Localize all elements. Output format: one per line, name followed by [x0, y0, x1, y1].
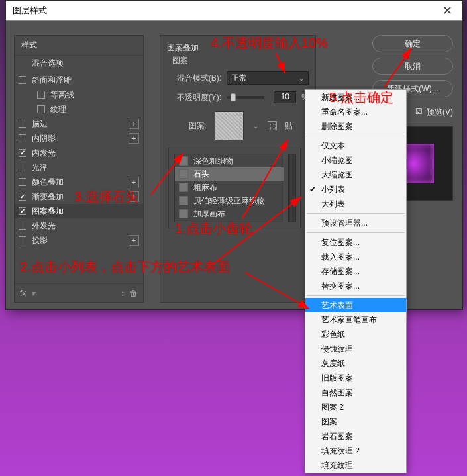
trash-icon[interactable]: 🗑 — [130, 289, 138, 298]
style-row[interactable]: 外发光 — [15, 218, 143, 233]
style-row[interactable]: 内阴影+ — [15, 131, 143, 146]
ok-button[interactable]: 确定 — [372, 35, 453, 52]
blend-mode-dropdown[interactable]: 正常 ⌄ — [227, 71, 309, 85]
pattern-label: 加厚画布 — [193, 209, 225, 220]
menu-item[interactable]: 图案 2 — [305, 400, 406, 414]
pattern-item[interactable]: 深色粗织物 — [175, 154, 284, 167]
menu-item[interactable]: 存储图案... — [305, 264, 406, 279]
close-icon[interactable]: ✕ — [432, 1, 462, 21]
menu-item[interactable]: 填充纹理 — [305, 458, 406, 473]
checkbox[interactable] — [19, 76, 26, 84]
style-label: 纹理 — [50, 104, 66, 115]
style-row[interactable]: 描边+ — [15, 117, 143, 131]
style-row[interactable]: 等高线 — [15, 87, 143, 102]
menu-item[interactable]: ✔小列表 — [305, 182, 406, 197]
menu-item[interactable]: 复位图案... — [305, 235, 406, 250]
plus-icon[interactable]: + — [129, 191, 139, 202]
menu-item[interactable]: 仅文本 — [305, 138, 406, 153]
check-icon: ✔ — [309, 185, 316, 194]
menu-item-label: 侵蚀纹理 — [321, 344, 353, 355]
menu-item-label: 大缩览图 — [321, 169, 353, 181]
pattern-item[interactable]: 粗麻布 — [175, 181, 284, 194]
chevron-down-icon[interactable]: ⌄ — [252, 122, 260, 130]
menu-item-label: 艺术表面 — [321, 300, 353, 311]
menu-item[interactable]: 岩石图案 — [305, 429, 406, 444]
menu-item-label: 预设管理器... — [321, 218, 368, 229]
checkbox[interactable] — [19, 164, 26, 171]
pattern-context-menu[interactable]: 新建图案...重命名图案...删除图案仅文本小缩览图大缩览图✔小列表大列表预设管… — [305, 89, 407, 473]
group-title: 图案叠加 — [167, 42, 309, 54]
menu-item[interactable]: 彩色纸 — [305, 327, 406, 342]
menu-item[interactable]: 删除图案 — [305, 119, 406, 134]
pattern-item[interactable]: 石头 — [175, 167, 284, 181]
plus-icon[interactable]: + — [129, 235, 139, 246]
menu-item[interactable]: 图案 — [305, 414, 406, 429]
reorder-icon[interactable]: ↕ — [121, 289, 125, 298]
pattern-thumb — [179, 196, 188, 205]
style-row[interactable]: 渐变叠加+ — [15, 189, 143, 204]
style-row[interactable]: 斜面和浮雕 — [15, 73, 143, 87]
blend-options-row[interactable]: 混合选项 — [15, 56, 143, 70]
style-row[interactable]: 颜色叠加+ — [15, 175, 143, 189]
menu-item-label: 彩色纸 — [321, 329, 345, 340]
cancel-button[interactable]: 取消 — [372, 58, 453, 75]
style-label: 斜面和浮雕 — [32, 75, 72, 86]
menu-separator — [307, 136, 405, 136]
menu-item-label: 删除图案 — [321, 121, 353, 132]
menu-item[interactable]: 新建图案... — [305, 90, 406, 105]
blend-mode-label: 混合模式(B): — [167, 73, 221, 84]
style-label: 外发光 — [32, 220, 56, 232]
checkbox[interactable] — [19, 222, 26, 230]
menu-item-label: 自然图案 — [321, 387, 353, 399]
scrollbar[interactable] — [288, 154, 296, 222]
opacity-slider[interactable] — [227, 96, 264, 99]
pattern-label: 深色粗织物 — [193, 156, 233, 167]
menu-item-label: 存储图案... — [321, 266, 360, 277]
menu-item[interactable]: 自然图案 — [305, 385, 406, 400]
opacity-input[interactable]: 10 — [274, 91, 296, 103]
opacity-label: 不透明度(Y): — [167, 92, 221, 103]
menu-item[interactable]: 填充纹理 2 — [305, 444, 406, 458]
checkbox[interactable] — [19, 236, 26, 244]
menu-item-label: 图案 — [321, 416, 337, 428]
menu-item[interactable]: 载入图案... — [305, 250, 406, 264]
checkbox[interactable] — [37, 105, 45, 113]
snap-origin-icon[interactable]: ⬚ — [268, 121, 277, 130]
titlebar[interactable]: 图层样式 ✕ — [6, 1, 462, 21]
style-row[interactable]: 图案叠加 — [15, 204, 143, 218]
pattern-thumb — [179, 156, 188, 166]
checkbox[interactable] — [37, 91, 45, 99]
pattern-label: 图案: — [167, 120, 207, 132]
menu-item[interactable]: 小缩览图 — [305, 153, 406, 167]
plus-icon[interactable]: + — [129, 119, 139, 129]
checkbox[interactable] — [19, 178, 26, 186]
plus-icon[interactable]: + — [129, 177, 139, 187]
menu-item[interactable]: 大列表 — [305, 197, 406, 211]
checkbox[interactable] — [19, 134, 26, 142]
style-row[interactable]: 投影+ — [15, 233, 143, 248]
menu-item[interactable]: 旧版图案 — [305, 371, 406, 385]
menu-item[interactable]: 重命名图案... — [305, 105, 406, 119]
plus-icon[interactable]: + — [129, 133, 139, 144]
style-list-panel: 样式 混合选项 斜面和浮雕等高线纹理描边+内阴影+内发光光泽颜色叠加+渐变叠加+… — [14, 35, 144, 303]
checkbox[interactable] — [19, 120, 26, 128]
snap-label: 贴 — [285, 120, 293, 132]
pattern-item[interactable]: 贝伯轻薄级亚麻织物 — [175, 194, 284, 207]
menu-item[interactable]: 灰度纸 — [305, 356, 406, 371]
fx-icon[interactable]: fx — [20, 289, 26, 298]
menu-item[interactable]: 艺术家画笔画布 — [305, 312, 406, 327]
menu-item[interactable]: 艺术表面 — [305, 298, 406, 312]
style-row[interactable]: 纹理 — [15, 102, 143, 117]
checkbox[interactable] — [19, 149, 26, 157]
style-row[interactable]: 内发光 — [15, 146, 143, 160]
menu-item[interactable]: 替换图案... — [305, 279, 406, 293]
menu-item[interactable]: 大缩览图 — [305, 167, 406, 182]
menu-item[interactable]: 预设管理器... — [305, 216, 406, 230]
menu-item[interactable]: 侵蚀纹理 — [305, 342, 406, 356]
pattern-item[interactable]: 加厚画布 — [175, 207, 284, 220]
checkbox[interactable] — [19, 193, 26, 201]
pattern-picker: 深色粗织物石头粗麻布贝伯轻薄级亚麻织物加厚画布 ✲ ▾ — [168, 148, 301, 228]
pattern-swatch[interactable] — [215, 111, 244, 140]
style-row[interactable]: 光泽 — [15, 160, 143, 175]
checkbox[interactable] — [19, 207, 26, 215]
